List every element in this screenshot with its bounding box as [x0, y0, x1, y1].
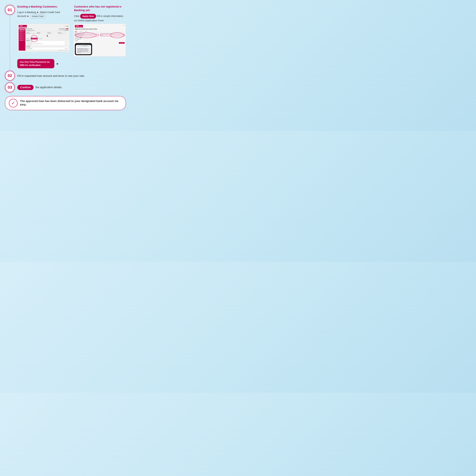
otp-label-bubble: Use One-Time-Password via SMS for verifi…	[17, 59, 54, 68]
filter-link[interactable]: Filter	[67, 50, 68, 51]
right-column-title: Customers who has not registered e-Banki…	[74, 5, 126, 12]
nav-payments: Payments	[19, 31, 25, 33]
form-tab-confirm[interactable]: Confirm	[80, 31, 83, 32]
phone-back-btn[interactable]: < Messages	[77, 45, 82, 46]
check-mark-icon: ✓	[11, 101, 15, 106]
form-bank-logo: 大新銀行DAHSING BANK	[75, 25, 83, 28]
instant-cash-pill: Instant Cash	[30, 14, 45, 18]
confirm-button[interactable]: Confirm	[17, 85, 34, 90]
banking-screen-mockup: 大新銀行DAHSING BANK ⚙ 🔔 👤 Home Payments Wea…	[17, 24, 70, 52]
field2-label: Last 4 numeric Characters of HKID	[100, 33, 125, 34]
apply-now-button[interactable]: Apply Now	[80, 14, 96, 19]
security-info-icon: i	[80, 37, 82, 38]
proceed-button[interactable]: Proceed	[119, 42, 125, 44]
step-02-text: Fill in requested loan amount and tenor …	[17, 74, 126, 78]
form-tab-finish[interactable]: Finish	[85, 31, 87, 32]
phone-contact-name: 85269789634	[82, 45, 87, 46]
instant-cash-highlight-wrapper: Instant Cash	[31, 38, 38, 39]
captcha-refresh-icon[interactable]: ↻	[80, 38, 81, 39]
nav-services: Services	[19, 35, 25, 37]
captcha-display: R 7 9	[75, 38, 77, 39]
step-03-text: the application details.	[35, 85, 62, 89]
nav-accounts: Accounts	[19, 37, 25, 39]
step-02-circle: 02	[5, 71, 15, 81]
nav-settings: Settings	[19, 39, 25, 41]
payment-btn-mock: Payment	[26, 38, 30, 39]
phone-messages-header: < Messages 85269789634 Details	[76, 45, 91, 47]
step-01-circle: 01	[5, 5, 15, 15]
form-main-title: Apply for Credit Card Cash-In Plan	[75, 28, 125, 30]
nav-wealth: Wealth	[19, 33, 25, 35]
otp-arrow-icon: ►	[56, 62, 59, 66]
card-number-bar: 000000000000000	[26, 31, 68, 32]
phone-screen: < Messages 85269789634 Details Dah Sing …	[76, 45, 91, 54]
left-text-1: Log-in e-Banking	[17, 11, 37, 14]
field1-input[interactable]: XXXXXXXXXXXXXXXX	[75, 34, 99, 36]
show-balance-label: Show Balance	[59, 28, 66, 29]
phone-otp-section: < Messages 85269789634 Details Dah Sing …	[75, 43, 119, 55]
screen-footer: Showing 0-8 Glossary Filter	[26, 50, 68, 51]
credit-card-field: Dah Sing Credit Card Principal XXXXXXXXX…	[75, 33, 99, 36]
captcha-speaker-icon: 🔊	[78, 38, 79, 40]
step-03-number: 03	[8, 85, 12, 90]
card-title: Dah Sing Visa Infinite	[26, 30, 34, 31]
phone-details-btn[interactable]: Details	[88, 45, 90, 46]
glossary-link[interactable]: Glossary	[63, 50, 66, 51]
current-balance-label: Current Balance HKD 0.00	[58, 30, 68, 31]
right-column-text: Click Apply Now Fill in simple informati…	[74, 14, 126, 22]
security-check-section: Security Check i R 7 9 🔊 ↻ LR79 Proceed	[75, 37, 125, 42]
sidebar-mock: Home Payments Wealth Services Accounts S…	[19, 28, 25, 51]
otp-message: Dah Sing Bank: XXXXXX is your One-time P…	[76, 48, 90, 54]
success-box: ✓ The approved loan has been disbursed t…	[5, 96, 126, 110]
security-label-text: Security Check	[75, 37, 80, 38]
field1-label: Dah Sing Credit Card Principal	[75, 33, 99, 34]
phone-mockup: < Messages 85269789634 Details Dah Sing …	[75, 43, 92, 55]
field2-input[interactable]: XXXX	[100, 34, 125, 36]
action-buttons-row: Payment Instant Cash Pay-a-Bill	[26, 38, 68, 39]
left-column-title: Existing e-Banking Customers:	[17, 5, 69, 9]
card-stats: HKD 0.00 Statement Balance / Outstanding…	[26, 33, 68, 34]
step-connector-line	[10, 16, 10, 69]
pay-bill-btn-mock: Pay-a-Bill	[38, 38, 43, 39]
phone-notch	[82, 44, 85, 44]
hkid-field: Last 4 numeric Characters of HKID XXXX	[100, 33, 125, 36]
my-accounts-label: My Accounts	[26, 28, 32, 29]
check-circle: ✓	[9, 99, 17, 107]
instant-cash-btn-mock[interactable]: Instant Cash	[31, 38, 38, 39]
nav-home: Home	[19, 29, 25, 31]
form-tabs: Apply Confirm Finish	[75, 31, 125, 32]
left-column-text: Log-in e-Banking ► Select Credit Card Ac…	[17, 10, 69, 18]
form-tab-apply[interactable]: Apply	[75, 31, 77, 32]
deposits-section: Deposits VIP i-Account HKD 0000000000000…	[26, 40, 68, 46]
screen-icons: ⚙ 🔔 👤	[65, 26, 68, 27]
show-more-link[interactable]: Show More	[26, 45, 68, 46]
show-balance-toggle: Show Balance ON	[59, 28, 68, 29]
main-balance-display: 0	[26, 35, 68, 37]
app-form-screen: 大新銀行DAHSING BANK 中文 Apply for Credit Car…	[73, 24, 126, 57]
success-text: The approved loan has been disbursed to …	[20, 99, 122, 107]
securities-section: Securities Securities Account 0000000000…	[26, 46, 68, 50]
step-03-circle: 03	[5, 83, 15, 92]
bank-logo: 大新銀行DAHSING BANK	[19, 25, 27, 28]
step-01-number: 01	[8, 8, 12, 12]
right-text-1: Click	[74, 15, 80, 17]
captcha-input-field[interactable]: LR79	[75, 40, 85, 42]
form-lang-switch[interactable]: 中文	[123, 25, 125, 28]
form-fields-container: Dah Sing Credit Card Principal XXXXXXXXX…	[75, 33, 125, 36]
step-02-number: 02	[8, 73, 12, 78]
